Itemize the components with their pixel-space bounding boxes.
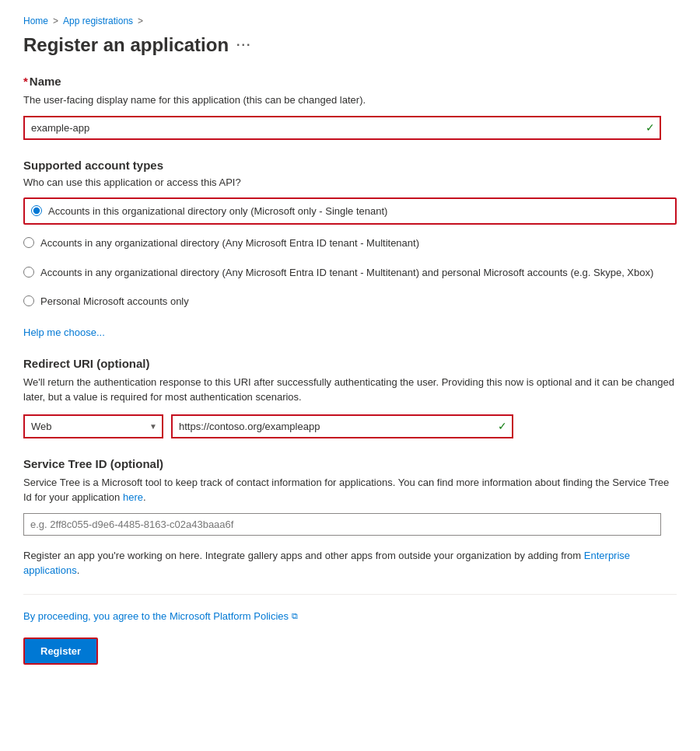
ellipsis-menu[interactable]: ··· bbox=[236, 38, 251, 52]
breadcrumb-sep2: > bbox=[138, 16, 143, 26]
name-section-title: *Name bbox=[23, 75, 677, 88]
radio-option-1[interactable]: Accounts in this organizational director… bbox=[23, 197, 677, 225]
divider bbox=[23, 594, 677, 595]
radio-label-2: Accounts in any organizational directory… bbox=[40, 236, 419, 251]
radio-option-4[interactable]: Personal Microsoft accounts only bbox=[23, 291, 677, 313]
required-star: * bbox=[23, 75, 28, 88]
name-input-wrapper: ✓ bbox=[23, 116, 661, 140]
page-title-row: Register an application ··· bbox=[23, 34, 677, 56]
bottom-text-part1: Register an app you're working on here. … bbox=[23, 550, 581, 561]
breadcrumb: Home > App registrations > bbox=[23, 16, 677, 26]
redirect-row: Web Single-page application (SPA) Public… bbox=[23, 414, 677, 438]
radio-input-2[interactable] bbox=[23, 237, 34, 248]
radio-input-1[interactable] bbox=[31, 205, 42, 216]
page-title: Register an application bbox=[23, 34, 229, 56]
service-tree-title: Service Tree ID (optional) bbox=[23, 457, 677, 470]
bottom-text: Register an app you're working on here. … bbox=[23, 548, 677, 578]
radio-option-2[interactable]: Accounts in any organizational directory… bbox=[23, 232, 677, 254]
account-types-title: Supported account types bbox=[23, 159, 677, 172]
uri-input-wrapper: ✓ bbox=[171, 414, 513, 438]
service-tree-desc: Service Tree is a Microsoft tool to keep… bbox=[23, 475, 677, 505]
name-input[interactable] bbox=[23, 116, 661, 140]
breadcrumb-app-registrations[interactable]: App registrations bbox=[63, 16, 133, 26]
radio-input-4[interactable] bbox=[23, 295, 34, 306]
redirect-uri-title: Redirect URI (optional) bbox=[23, 357, 677, 370]
name-input-check: ✓ bbox=[646, 121, 655, 134]
radio-label-4: Personal Microsoft accounts only bbox=[40, 294, 189, 309]
help-me-choose-link[interactable]: Help me choose... bbox=[23, 327, 105, 338]
account-types-section: Supported account types Who can use this… bbox=[23, 159, 677, 338]
redirect-uri-section: Redirect URI (optional) We'll return the… bbox=[23, 357, 677, 438]
uri-input-check: ✓ bbox=[498, 420, 507, 432]
radio-input-3[interactable] bbox=[23, 267, 34, 278]
breadcrumb-sep1: > bbox=[53, 16, 58, 26]
redirect-uri-input[interactable] bbox=[171, 414, 513, 438]
breadcrumb-home[interactable]: Home bbox=[23, 16, 48, 26]
radio-option-3[interactable]: Accounts in any organizational directory… bbox=[23, 262, 677, 284]
service-tree-here-link[interactable]: here bbox=[123, 491, 143, 503]
service-tree-section: Service Tree ID (optional) Service Tree … bbox=[23, 457, 677, 536]
redirect-uri-desc: We'll return the authentication response… bbox=[23, 375, 677, 405]
register-button[interactable]: Register bbox=[23, 637, 98, 665]
policy-link[interactable]: By proceeding, you agree to the Microsof… bbox=[23, 610, 677, 622]
radio-label-3: Accounts in any organizational directory… bbox=[40, 265, 653, 281]
redirect-type-dropdown[interactable]: Web Single-page application (SPA) Public… bbox=[23, 414, 163, 438]
name-section: *Name The user-facing display name for t… bbox=[23, 75, 677, 140]
bottom-text-part2: . bbox=[77, 564, 80, 576]
service-tree-desc-text1: Service Tree is a Microsoft tool to keep… bbox=[23, 477, 669, 504]
policy-row: By proceeding, you agree to the Microsof… bbox=[23, 610, 677, 622]
external-link-icon: ⧉ bbox=[292, 611, 298, 621]
name-section-desc: The user-facing display name for this ap… bbox=[23, 93, 677, 108]
redirect-type-dropdown-wrapper: Web Single-page application (SPA) Public… bbox=[23, 414, 163, 438]
policy-text-label: By proceeding, you agree to the Microsof… bbox=[23, 610, 289, 622]
service-tree-desc-text2: . bbox=[143, 491, 146, 503]
radio-label-1: Accounts in this organizational director… bbox=[48, 204, 387, 219]
service-tree-input[interactable] bbox=[23, 513, 661, 536]
account-types-subtitle: Who can use this application or access t… bbox=[23, 176, 677, 188]
